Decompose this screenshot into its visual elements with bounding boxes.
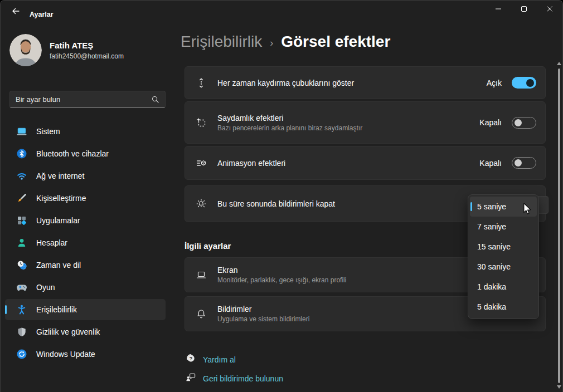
- svg-text:?: ?: [190, 356, 193, 361]
- setting-row-animation: Animasyon efektleri Kapalı: [185, 146, 546, 180]
- dropdown-option[interactable]: 1 dakika: [470, 277, 537, 297]
- transparency-toggle[interactable]: [512, 117, 536, 129]
- sidebar-item-label: Zaman ve dil: [36, 261, 81, 270]
- user-email: fatih24500@hotmail.com: [50, 52, 124, 60]
- transparency-icon: [185, 117, 217, 128]
- maximize-icon: [520, 4, 528, 16]
- feedback-label: Geri bildirimde bulunun: [203, 374, 283, 383]
- system-laptop-icon: [16, 126, 27, 137]
- toggle-state-label: Kapalı: [479, 159, 502, 168]
- user-name: Fatih ATEŞ: [50, 41, 124, 50]
- help-icon: ?: [186, 353, 196, 366]
- sidebar-item-oyun[interactable]: Oyun: [5, 277, 166, 298]
- sidebar-item-windows-update[interactable]: Windows Update: [5, 344, 166, 365]
- avatar: [9, 34, 42, 66]
- sidebar-item-uygulamalar[interactable]: Uygulamalar: [5, 210, 166, 231]
- scrollbar-down-arrow[interactable]: [557, 385, 561, 390]
- close-icon: [545, 4, 554, 16]
- minimize-icon: [494, 4, 503, 16]
- toggle-state-label: Kapalı: [479, 118, 502, 127]
- breadcrumb: Erişilebilirlik › Görsel efektler: [181, 33, 390, 51]
- back-button[interactable]: [6, 5, 25, 19]
- user-profile[interactable]: Fatih ATEŞ fatih24500@hotmail.com: [9, 34, 124, 66]
- get-help-label: Yardım al: [203, 355, 236, 364]
- sidebar-item-label: Sistem: [36, 127, 60, 136]
- setting-title: Animasyon efektleri: [217, 159, 479, 168]
- breadcrumb-parent[interactable]: Erişilebilirlik: [181, 33, 262, 51]
- sidebar-item-label: Bluetooth ve cihazlar: [36, 149, 109, 158]
- dropdown-option[interactable]: 5 dakika: [470, 297, 537, 317]
- maximize-button[interactable]: [511, 1, 537, 19]
- page-title: Görsel efektler: [281, 33, 390, 51]
- wifi-icon: [16, 170, 27, 182]
- animation-icon: [185, 158, 217, 169]
- sidebar-item-label: Gizlilik ve güvenlik: [36, 327, 100, 336]
- clock-globe-icon: [16, 259, 27, 271]
- sidebar-item-label: Erişilebilirlik: [36, 305, 77, 314]
- bell-icon: [185, 308, 217, 320]
- bluetooth-icon: [16, 148, 27, 159]
- setting-subtitle: Bazı pencerelerin arka planını biraz say…: [217, 124, 479, 132]
- sidebar-item-kisisellestirme[interactable]: Kişiselleştirme: [5, 188, 166, 209]
- person-icon: [16, 237, 27, 248]
- animation-toggle[interactable]: [512, 157, 536, 169]
- sidebar-item-hesaplar[interactable]: Hesaplar: [5, 232, 166, 253]
- sidebar-item-label: Ağ ve internet: [36, 171, 84, 180]
- search-box[interactable]: [9, 91, 166, 108]
- setting-title: Saydamlık efektleri: [217, 114, 479, 122]
- close-button[interactable]: [537, 1, 562, 19]
- app-title: Ayarlar: [30, 11, 54, 18]
- breadcrumb-chevron-icon: ›: [270, 37, 273, 49]
- scrollbar: [556, 61, 562, 391]
- scrollbars-icon: [185, 77, 217, 89]
- back-arrow-icon: [11, 7, 20, 18]
- scrollbars-toggle[interactable]: [512, 77, 536, 89]
- search-icon: [151, 95, 159, 104]
- display-icon: [185, 270, 217, 281]
- sidebar-item-bluetooth[interactable]: Bluetooth ve cihazlar: [5, 143, 166, 164]
- feedback-icon: [186, 372, 196, 385]
- dropdown-option[interactable]: 5 saniye: [470, 197, 537, 217]
- setting-row-scrollbars: Her zaman kaydırma çubuklarını göster Aç…: [185, 66, 546, 99]
- sidebar-item-gizlilik[interactable]: Gizlilik ve güvenlik: [5, 321, 166, 342]
- sidebar-item-label: Windows Update: [36, 350, 95, 359]
- feedback-link[interactable]: Geri bildirimde bulunun: [186, 372, 283, 385]
- update-sync-icon: [16, 349, 27, 360]
- sidebar-item-label: Oyun: [36, 283, 55, 292]
- apps-grid-icon: [16, 215, 27, 226]
- sidebar-item-erisilebilirlik[interactable]: Erişilebilirlik: [5, 299, 166, 320]
- sidebar-nav: Sistem Bluetooth ve cihazlar Ağ ve inter…: [5, 121, 166, 366]
- minimize-button[interactable]: [486, 1, 511, 19]
- sidebar-item-label: Kişiselleştirme: [36, 194, 86, 203]
- setting-row-transparency: Saydamlık efektleri Bazı pencerelerin ar…: [185, 101, 546, 144]
- toggle-state-label: Açık: [487, 79, 502, 87]
- dropdown-option[interactable]: 7 saniye: [470, 217, 537, 237]
- settings-window: Ayarlar: [0, 0, 563, 392]
- gamepad-icon: [16, 282, 27, 293]
- sidebar-item-ag-ve-internet[interactable]: Ağ ve internet: [5, 165, 166, 187]
- dropdown-option[interactable]: 15 saniye: [470, 237, 537, 257]
- accessibility-person-icon: [16, 304, 27, 315]
- section-heading: İlgili ayarlar: [185, 241, 231, 251]
- dropdown-option[interactable]: 30 saniye: [470, 257, 537, 277]
- sidebar-item-sistem[interactable]: Sistem: [5, 121, 166, 142]
- scrollbar-thumb[interactable]: [558, 68, 560, 383]
- get-help-link[interactable]: ? Yardım al: [186, 353, 236, 366]
- paintbrush-icon: [16, 193, 27, 204]
- scrollbar-up-arrow[interactable]: [557, 62, 561, 66]
- sidebar-item-label: Uygulamalar: [36, 216, 80, 225]
- setting-title: Her zaman kaydırma çubuklarını göster: [217, 79, 487, 87]
- notification-timeout-icon: [185, 198, 217, 209]
- duration-dropdown-flyout: 5 saniye 7 saniye 15 saniye 30 saniye 1 …: [468, 194, 539, 319]
- sidebar: Fatih ATEŞ fatih24500@hotmail.com Sistem: [1, 23, 173, 392]
- titlebar: Ayarlar: [1, 1, 562, 23]
- sidebar-item-label: Hesaplar: [36, 238, 67, 247]
- search-input[interactable]: [10, 95, 151, 104]
- sidebar-item-zaman-ve-dil[interactable]: Zaman ve dil: [5, 254, 166, 276]
- shield-icon: [16, 326, 27, 337]
